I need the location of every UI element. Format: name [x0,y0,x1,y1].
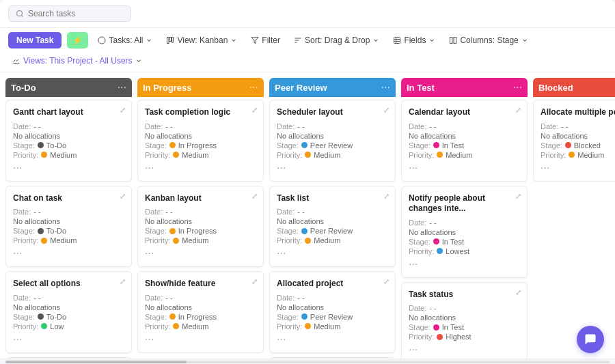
kanban-col-blocked: Blocked··· ⤢ Allocate multiple people b.… [533,78,615,182]
bottom-scrollbar[interactable] [0,359,615,364]
card-actions-dots[interactable]: ··· [145,247,256,260]
table-row[interactable]: ⤢ Select all options Date: - - No alloca… [5,271,132,353]
new-task-button[interactable]: New Task [8,32,62,48]
col-menu-inprogress[interactable]: ··· [249,82,258,93]
col-menu-peerreview[interactable]: ··· [381,82,390,93]
chat-bubble[interactable] [577,326,604,353]
table-row[interactable]: ⤢ Notify people about changes inte... Da… [401,186,528,278]
fields-selector[interactable]: Fields [389,33,439,47]
card-expand-icon[interactable]: ⤢ [251,277,258,286]
table-row[interactable]: ⤢ Kanban layout Date: - - No allocations… [137,186,264,268]
card-actions-dots[interactable]: ··· [409,258,520,270]
kanban-icon [166,36,174,44]
card-actions-dots[interactable]: ··· [277,333,388,346]
card-actions-dots[interactable]: ··· [13,162,124,174]
tasks-filter[interactable]: Tasks: All [94,33,156,47]
card-allocations: No allocations [13,303,124,311]
table-row[interactable]: ⤢ Task list Date: - - No allocations Sta… [269,186,396,268]
stage-dot [301,228,308,234]
stage-dot [433,142,439,148]
table-row[interactable]: ⤢ Show/hide feature Date: - - No allocat… [137,271,264,353]
card-expand-icon[interactable]: ⤢ [383,277,390,286]
columns-selector[interactable]: Columns: Stage [445,33,532,47]
table-row[interactable]: ⤢ Ticket... Date: - - No allocations Sta… [5,357,132,359]
card-title: Gantt chart layout [13,107,124,118]
priority-dot [173,238,179,244]
search-input-wrap[interactable] [8,5,131,22]
card-priority: Priority: Lowest [409,247,520,255]
card-date: Date: - - [13,208,124,216]
card-actions-dots[interactable]: ··· [145,333,256,346]
col-cards-blocked: ⤢ Allocate multiple people b... Date: - … [533,100,615,182]
card-priority: Priority: Medium [277,151,388,159]
card-priority: Priority: Medium [277,236,388,244]
card-title: Allocated project [277,279,388,290]
table-row[interactable]: ⤢ Task completion logic Date: - - No all… [137,100,264,182]
card-date: Date: - - [145,294,256,302]
card-expand-icon[interactable]: ⤢ [120,277,126,286]
svg-line-1 [21,15,23,16]
card-stage: Stage: To-Do [13,227,124,235]
priority-dot [305,323,311,329]
stage-dot [433,238,439,244]
card-actions-dots[interactable]: ··· [13,247,124,260]
card-expand-icon[interactable]: ⤢ [120,106,126,115]
table-row[interactable]: ⤢ Task status Date: - - No allocations S… [401,282,528,359]
table-row[interactable]: ⤢ Calendar layout Date: - - No allocatio… [401,100,528,182]
card-actions-dots[interactable]: ··· [409,344,520,356]
stage-dot [38,228,44,234]
view-selector[interactable]: View: Kanban [162,33,241,47]
table-row[interactable]: ⤢ Gantt chart layout Date: - - No alloca… [5,100,132,182]
card-actions-dots[interactable]: ··· [541,162,615,174]
priority-dot [41,238,47,244]
col-menu-intest[interactable]: ··· [513,82,522,93]
col-cards-inprogress: ⤢ Task completion logic Date: - - No all… [137,100,264,353]
search-input[interactable] [28,9,124,18]
card-expand-icon[interactable]: ⤢ [383,106,390,115]
filter-icon [251,36,259,44]
card-expand-icon[interactable]: ⤢ [515,192,521,201]
card-actions-dots[interactable]: ··· [145,162,256,174]
card-actions-dots[interactable]: ··· [277,247,388,260]
card-priority: Priority: Low [13,322,124,331]
chat-icon [584,333,597,346]
table-row[interactable]: ⤢ Allocate multiple people b... Date: - … [533,100,615,182]
table-row[interactable]: ⤢ Allocated project Date: - - No allocat… [269,271,396,353]
scroll-track[interactable] [5,361,610,363]
card-priority: Priority: Medium [13,236,124,244]
bolt-button[interactable]: ⚡ [67,32,88,48]
card-actions-dots[interactable]: ··· [13,333,124,346]
app-container: New Task ⚡ Tasks: All View: Kanban Filte… [0,0,615,364]
card-actions-dots[interactable]: ··· [409,162,520,174]
col-cards-todo: ⤢ Gantt chart layout Date: - - No alloca… [5,100,132,359]
card-stage: Stage: In Test [409,141,520,150]
views-selector[interactable]: Views: This Project - All Users [8,54,146,68]
card-allocations: No allocations [145,217,256,225]
card-title: Allocate multiple people b... [541,107,615,118]
card-priority: Priority: Medium [541,151,615,159]
stage-dot [38,142,44,148]
card-title: Task status [409,290,520,300]
card-actions-dots[interactable]: ··· [277,162,388,174]
card-expand-icon[interactable]: ⤢ [515,288,521,297]
card-expand-icon[interactable]: ⤢ [383,192,390,201]
card-date: Date: - - [277,294,388,302]
scroll-thumb[interactable] [5,361,187,363]
col-header-blocked: Blocked··· [533,78,615,97]
table-row[interactable]: ⤢ Scheduler layout Date: - - No allocati… [269,100,396,182]
card-expand-icon[interactable]: ⤢ [251,106,258,115]
table-row[interactable]: ⤢ Chat on task Date: - - No allocations … [5,186,132,268]
card-expand-icon[interactable]: ⤢ [515,106,521,115]
stage-dot [433,324,439,331]
sort-selector[interactable]: Sort: Drag & Drop [290,33,383,47]
card-expand-icon[interactable]: ⤢ [120,192,126,201]
kanban-col-intest: In Test··· ⤢ Calendar layout Date: - - N… [401,78,528,359]
card-date: Date: - - [409,304,520,312]
stage-dot [301,142,308,148]
fields-icon [393,36,401,44]
table-row[interactable]: ⤢ Add/manage files Date: - - No allocati… [269,357,396,359]
col-header-peerreview: Peer Review··· [269,78,396,97]
card-expand-icon[interactable]: ⤢ [251,192,258,201]
filter-button[interactable]: Filter [247,33,284,47]
col-menu-todo[interactable]: ··· [118,82,126,93]
